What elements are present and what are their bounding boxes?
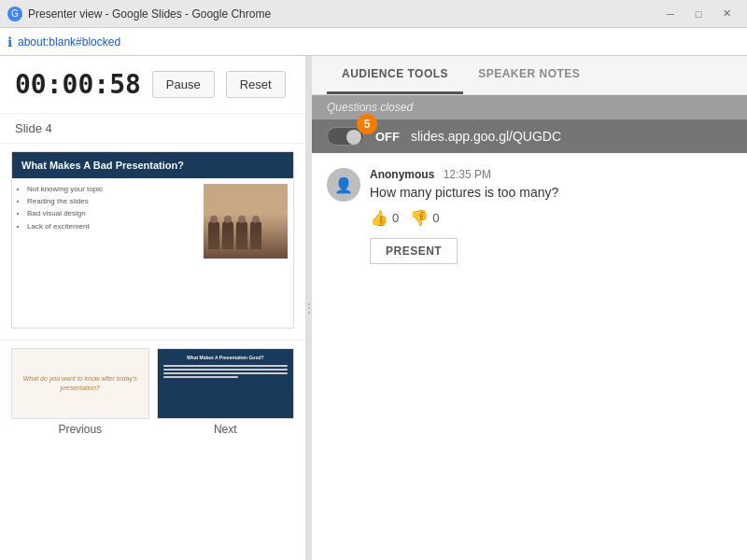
left-panel: 00:00:58 Pause Reset Slide 4 What Makes … — [0, 56, 306, 560]
chrome-icon: G — [7, 7, 22, 21]
downvote-button[interactable]: 👎 0 — [410, 209, 439, 227]
nav-thumbnails: What do you want to know after today's p… — [0, 340, 305, 443]
present-button[interactable]: PRESENT — [370, 238, 458, 264]
next-slide-nav[interactable]: What Makes A Presentation Good? Next — [157, 348, 295, 436]
prev-thumb-text: What do you want to know after today's p… — [18, 374, 143, 393]
thumb-line-3 — [163, 372, 289, 374]
title-bar: G Presenter view - Google Slides - Googl… — [0, 0, 747, 28]
question-time: 12:35 PM — [444, 168, 491, 181]
next-label: Next — [157, 423, 295, 436]
slide-bullets: Not knowing your topic Reading the slide… — [18, 184, 198, 294]
bullet-4: Lack of excitement — [27, 221, 198, 231]
thumb-line-4 — [163, 376, 238, 378]
tabs-bar: AUDIENCE TOOLS SPEAKER NOTES — [312, 56, 747, 95]
window-controls: ─ □ ✕ — [657, 5, 740, 23]
slide-title: What Makes A Bad Presentation? — [12, 152, 293, 178]
previous-label: Previous — [11, 423, 149, 436]
current-slide-preview: What Makes A Bad Presentation? Not knowi… — [11, 151, 294, 329]
reset-button[interactable]: Reset — [226, 71, 286, 98]
person-silhouette-2 — [222, 221, 233, 249]
bullet-1: Not knowing your topic — [27, 184, 198, 194]
tab-speaker-notes[interactable]: SPEAKER NOTES — [463, 56, 595, 94]
toggle-knob — [346, 130, 361, 145]
next-thumb[interactable]: What Makes A Presentation Good? — [157, 348, 295, 419]
thumbs-down-icon: 👎 — [410, 209, 429, 227]
main-container: 00:00:58 Pause Reset Slide 4 What Makes … — [0, 56, 747, 560]
maximize-button[interactable]: □ — [685, 5, 712, 23]
question-meta: Anonymous 12:35 PM — [370, 168, 732, 181]
toggle-url-bar: 5 OFF slides.app.goo.gl/QUGDC — [312, 119, 747, 153]
close-button[interactable]: ✕ — [713, 5, 740, 23]
questions-banner: Questions closed — [312, 95, 747, 119]
question-text: How many pictures is too many? — [370, 185, 732, 200]
question-item: 👤 Anonymous 12:35 PM How many pictures i… — [327, 168, 732, 264]
previous-slide-nav[interactable]: What do you want to know after today's p… — [11, 348, 149, 436]
questions-url: slides.app.goo.gl/QUGDC — [411, 129, 732, 144]
next-thumb-inner: What Makes A Presentation Good? — [158, 349, 294, 418]
question-area: 👤 Anonymous 12:35 PM How many pictures i… — [312, 153, 747, 560]
next-thumb-lines — [162, 362, 290, 383]
person-silhouette-3 — [236, 221, 247, 249]
thumbs-up-icon: 👍 — [370, 209, 388, 227]
upvote-count: 0 — [392, 211, 399, 225]
thumb-line-1 — [163, 365, 289, 367]
toggle-off-label: OFF — [375, 130, 400, 144]
pause-button[interactable]: Pause — [152, 71, 215, 98]
upvote-button[interactable]: 👍 0 — [370, 209, 399, 227]
person-silhouette-4 — [250, 221, 261, 249]
window-title: Presenter view - Google Slides - Google … — [28, 7, 271, 21]
questions-badge: 5 — [357, 114, 377, 134]
tab-audience-tools[interactable]: AUDIENCE TOOLS — [327, 56, 463, 94]
avatar-icon: 👤 — [334, 176, 353, 194]
question-actions: 👍 0 👎 0 — [370, 209, 732, 227]
thumb-line-2 — [163, 369, 289, 371]
questions-closed-label: Questions closed — [327, 101, 413, 114]
timer-display: 00:00:58 — [15, 69, 141, 100]
address-bar: ℹ about:blank#blocked — [0, 28, 747, 56]
timer-area: 00:00:58 Pause Reset — [0, 56, 305, 114]
next-thumb-header: What Makes A Presentation Good? — [162, 353, 290, 362]
question-author: Anonymous — [370, 168, 434, 181]
minimize-button[interactable]: ─ — [657, 5, 684, 23]
slide-content: Not knowing your topic Reading the slide… — [12, 178, 293, 300]
person-silhouette-1 — [208, 221, 219, 249]
downvote-count: 0 — [432, 211, 439, 225]
slide-label: Slide 4 — [0, 114, 305, 144]
bullet-3: Bad visual design — [27, 208, 198, 218]
right-panel: AUDIENCE TOOLS SPEAKER NOTES Questions c… — [312, 56, 747, 560]
avatar: 👤 — [327, 168, 360, 202]
address-text: about:blank#blocked — [18, 35, 120, 49]
info-icon: ℹ — [7, 35, 12, 49]
previous-thumb[interactable]: What do you want to know after today's p… — [11, 348, 149, 419]
slide-image — [204, 184, 288, 259]
question-body: Anonymous 12:35 PM How many pictures is … — [370, 168, 732, 264]
bullet-2: Reading the slides — [27, 196, 198, 206]
